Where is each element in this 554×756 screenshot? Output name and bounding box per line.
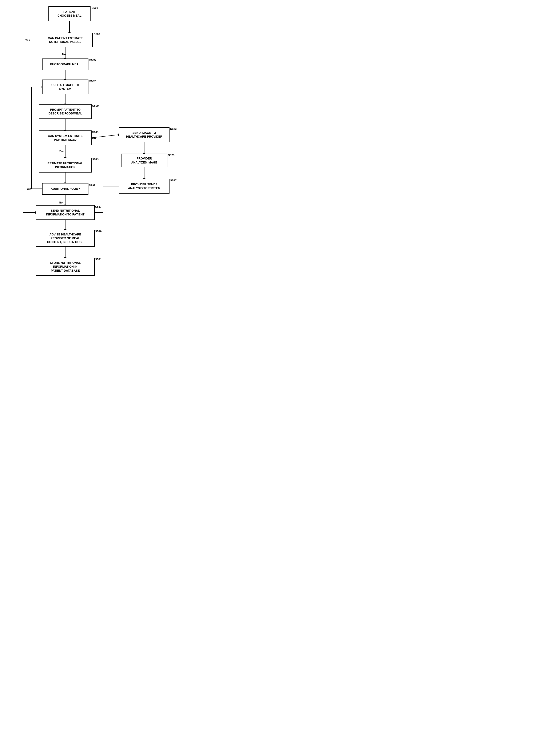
label-s507: UPLOAD IMAGE TO SYSTEM: [51, 83, 79, 91]
step-s503: S503: [94, 33, 100, 36]
box-s507: UPLOAD IMAGE TO SYSTEM: [42, 79, 89, 94]
label-s519: ADVISE HEALTHCARE PROVIDER OF MEAL CONTE…: [47, 233, 84, 244]
box-s523: SEND IMAGE TO HEALTHCARE PROVIDER: [119, 127, 169, 142]
box-s505: PHOTOGRAPH MEAL: [42, 59, 89, 70]
label-s513: ESTIMATE NUTRITIONAL INFORMATION: [48, 162, 83, 169]
label-s501: PATIENT CHOOSES MEAL: [57, 10, 81, 17]
box-s521: STORE NUTRITIONAL INFORMATION IN PATIENT…: [36, 258, 95, 276]
box-s527: PROVIDER SENDS ANALYSIS TO SYSTEM: [119, 179, 169, 194]
box-s519: ADVISE HEALTHCARE PROVIDER OF MEAL CONTE…: [36, 230, 95, 247]
yes-label-s515: Yes: [26, 187, 31, 190]
yes-label-s511: Yes: [59, 150, 64, 153]
box-s525: PROVIDER ANALYZES IMAGE: [121, 153, 167, 167]
yes-label-s503: Yes: [25, 39, 30, 42]
label-s525: PROVIDER ANALYZES IMAGE: [131, 156, 157, 164]
label-s503: CAN PATIENT ESTIMATE NUTRITIONAL VALUE?: [48, 36, 83, 44]
no-label-s503: No: [62, 53, 66, 56]
box-s501: PATIENT CHOOSES MEAL: [48, 6, 91, 21]
step-s525: S525: [168, 153, 174, 157]
step-s515: S515: [89, 183, 95, 186]
box-s513: ESTIMATE NUTRITIONAL INFORMATION: [39, 158, 92, 173]
step-s501: S501: [92, 6, 98, 9]
step-s517: S517: [95, 205, 102, 208]
label-s521: STORE NUTRITIONAL INFORMATION IN PATIENT…: [50, 261, 81, 272]
box-s515: ADDITIONAL FOOD?: [42, 183, 89, 195]
box-s503: CAN PATIENT ESTIMATE NUTRITIONAL VALUE?: [38, 33, 93, 47]
label-s511: CAN SYSTEM ESTIMATE PORTION SIZE?: [48, 134, 82, 142]
connector-lines: [0, 0, 189, 288]
step-s519: S519: [95, 230, 102, 233]
no-label-s515: No: [59, 201, 62, 204]
step-s521: S521: [95, 258, 102, 261]
step-s527: S527: [170, 179, 176, 182]
step-s523: S523: [170, 127, 176, 130]
no-label-s511: No: [92, 137, 96, 140]
label-s505: PHOTOGRAPH MEAL: [50, 62, 80, 66]
label-s527: PROVIDER SENDS ANALYSIS TO SYSTEM: [128, 182, 160, 190]
box-s511: CAN SYSTEM ESTIMATE PORTION SIZE?: [39, 130, 92, 145]
label-s509: PROMPT PATIENT TO DESCRIBE FOOD/MEAL: [48, 108, 82, 115]
step-s513: S513: [92, 158, 99, 161]
box-s509: PROMPT PATIENT TO DESCRIBE FOOD/MEAL: [39, 104, 92, 119]
step-s507: S507: [89, 79, 96, 83]
step-s505: S505: [89, 59, 96, 62]
label-s517: SEND NUTRITIONAL INFORMATION TO PATIENT: [46, 209, 85, 216]
step-s509: S509: [92, 104, 99, 107]
step-s511: S511: [92, 130, 99, 134]
flowchart-diagram: PATIENT CHOOSES MEAL S501 CAN PATIENT ES…: [0, 0, 189, 288]
box-s517: SEND NUTRITIONAL INFORMATION TO PATIENT: [36, 205, 95, 220]
label-s515: ADDITIONAL FOOD?: [51, 187, 80, 191]
label-s523: SEND IMAGE TO HEALTHCARE PROVIDER: [126, 131, 162, 138]
